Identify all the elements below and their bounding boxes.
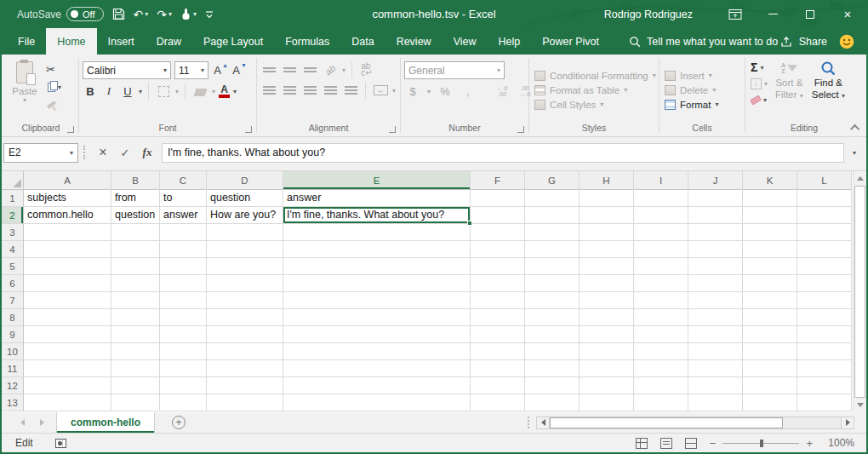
- cell-J2[interactable]: [688, 207, 743, 224]
- cell-E13[interactable]: [283, 394, 471, 411]
- cell-F13[interactable]: [471, 394, 525, 411]
- copy-button[interactable]: ▾: [46, 80, 61, 94]
- cell-I10[interactable]: [634, 343, 688, 360]
- ribbon-tab-help[interactable]: Help: [488, 28, 532, 55]
- cell-C2[interactable]: answer: [160, 207, 207, 224]
- ribbon-tab-page-layout[interactable]: Page Layout: [192, 28, 274, 55]
- cell-B13[interactable]: [111, 394, 160, 411]
- expand-formula-bar-button[interactable]: ▾: [844, 143, 865, 163]
- row-header-3[interactable]: 3: [2, 224, 24, 241]
- row-header-6[interactable]: 6: [2, 275, 24, 292]
- cell-J11[interactable]: [688, 360, 743, 377]
- cell-I1[interactable]: [634, 190, 688, 207]
- cell-F4[interactable]: [471, 241, 525, 258]
- ribbon-tab-home[interactable]: Home: [46, 28, 96, 55]
- scroll-right-button[interactable]: [841, 417, 854, 429]
- cell-J12[interactable]: [688, 377, 743, 394]
- close-button[interactable]: ×: [829, 0, 866, 28]
- cell-C7[interactable]: [160, 292, 207, 309]
- cell-A13[interactable]: [24, 394, 111, 411]
- sheet-tab-common-hello[interactable]: common-hello: [56, 412, 155, 433]
- cell-D3[interactable]: [207, 224, 283, 241]
- delete-cells-button[interactable]: Delete▾: [665, 85, 741, 95]
- cell-I6[interactable]: [634, 275, 688, 292]
- cell-E12[interactable]: [283, 377, 471, 394]
- cell-B1[interactable]: from: [111, 190, 160, 207]
- cell-E4[interactable]: [283, 241, 471, 258]
- row-header-11[interactable]: 11: [2, 360, 24, 377]
- cell-L3[interactable]: [797, 224, 852, 241]
- cell-H2[interactable]: [580, 207, 634, 224]
- cell-B4[interactable]: [111, 241, 160, 258]
- cell-J6[interactable]: [688, 275, 743, 292]
- currency-button[interactable]: $: [404, 83, 421, 100]
- cell-D4[interactable]: [207, 241, 283, 258]
- share-button[interactable]: Share: [780, 28, 827, 55]
- cell-H13[interactable]: [580, 394, 634, 411]
- feedback-smiley-button[interactable]: [839, 28, 854, 55]
- cell-D2[interactable]: How are you?: [207, 207, 283, 224]
- align-left-button[interactable]: [260, 83, 277, 99]
- cell-G8[interactable]: [525, 309, 580, 326]
- cell-D8[interactable]: [207, 309, 283, 326]
- cell-F5[interactable]: [471, 258, 525, 275]
- cell-K12[interactable]: [743, 377, 797, 394]
- wrap-text-button[interactable]: abc↵: [358, 62, 375, 78]
- cell-I13[interactable]: [634, 394, 688, 411]
- clipboard-dialog-launcher[interactable]: [67, 126, 74, 133]
- cell-F7[interactable]: [471, 292, 525, 309]
- format-cells-button[interactable]: Format▾: [665, 100, 741, 110]
- format-as-table-button[interactable]: Format as Table▾: [534, 85, 655, 95]
- cell-D9[interactable]: [207, 326, 283, 343]
- cell-H7[interactable]: [580, 292, 634, 309]
- cell-B7[interactable]: [111, 292, 160, 309]
- cell-L12[interactable]: [797, 377, 852, 394]
- row-header-8[interactable]: 8: [2, 309, 24, 326]
- cell-F6[interactable]: [471, 275, 525, 292]
- cell-C9[interactable]: [160, 326, 207, 343]
- insert-cells-button[interactable]: Insert▾: [665, 71, 741, 81]
- row-header-1[interactable]: 1: [2, 190, 24, 207]
- vertical-scrollbar-thumb[interactable]: [854, 186, 865, 398]
- align-top-button[interactable]: [260, 62, 277, 78]
- column-header-J[interactable]: J: [688, 171, 743, 190]
- cell-L9[interactable]: [797, 326, 852, 343]
- cell-A4[interactable]: [24, 241, 111, 258]
- cell-E9[interactable]: [283, 326, 471, 343]
- cell-F2[interactable]: [471, 207, 525, 224]
- cell-A12[interactable]: [24, 377, 111, 394]
- cell-K10[interactable]: [743, 343, 797, 360]
- cell-I8[interactable]: [634, 309, 688, 326]
- sort-filter-button[interactable]: AZ Sort & Filter ▾: [771, 58, 808, 122]
- qat-customize-button[interactable]: [205, 9, 214, 20]
- cell-J9[interactable]: [688, 326, 743, 343]
- bold-button[interactable]: B: [83, 83, 98, 100]
- cell-C6[interactable]: [160, 275, 207, 292]
- enter-button[interactable]: ✓: [114, 143, 136, 163]
- cell-I7[interactable]: [634, 292, 688, 309]
- increase-indent-button[interactable]: [342, 83, 359, 99]
- cell-B9[interactable]: [111, 326, 160, 343]
- cell-styles-button[interactable]: Cell Styles▾: [534, 100, 655, 110]
- scroll-left-button[interactable]: [536, 417, 550, 429]
- cell-H10[interactable]: [580, 343, 634, 360]
- cell-E5[interactable]: [283, 258, 471, 275]
- column-header-H[interactable]: H: [580, 171, 634, 190]
- cell-L8[interactable]: [797, 309, 852, 326]
- column-header-G[interactable]: G: [525, 171, 580, 190]
- cell-F11[interactable]: [471, 360, 525, 377]
- row-header-2[interactable]: 2: [2, 207, 24, 224]
- cell-G2[interactable]: [525, 207, 580, 224]
- cell-G9[interactable]: [525, 326, 580, 343]
- cell-C8[interactable]: [160, 309, 207, 326]
- horizontal-scrollbar-thumb[interactable]: [550, 417, 783, 428]
- cell-F8[interactable]: [471, 309, 525, 326]
- cell-A1[interactable]: subjects: [24, 190, 111, 207]
- cell-D13[interactable]: [207, 394, 283, 411]
- cell-H4[interactable]: [580, 241, 634, 258]
- vertical-scrollbar[interactable]: [853, 171, 866, 412]
- column-header-F[interactable]: F: [471, 171, 525, 190]
- ribbon-display-options-button[interactable]: [717, 0, 754, 28]
- align-middle-button[interactable]: [281, 62, 298, 78]
- cell-J5[interactable]: [688, 258, 743, 275]
